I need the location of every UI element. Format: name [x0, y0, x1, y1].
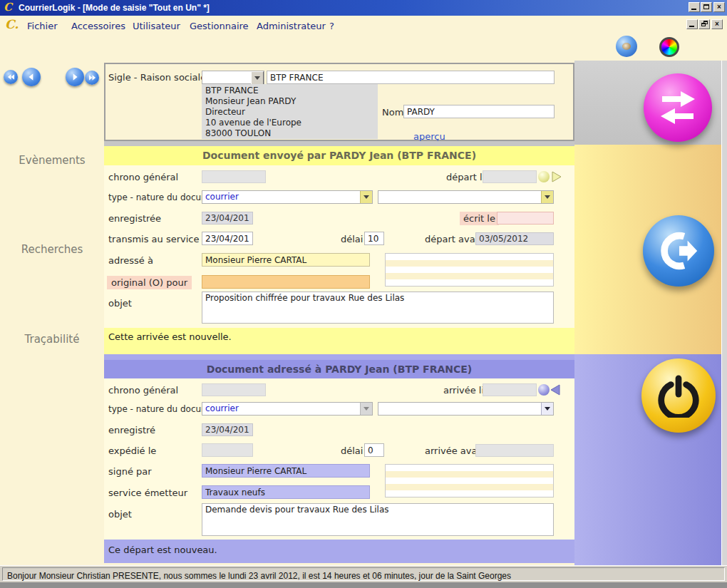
original-pour-input[interactable]: [202, 275, 370, 289]
previous-record-icon: [27, 73, 36, 81]
signe-par-input[interactable]: [202, 464, 370, 478]
arrivee-liee-input: [483, 383, 537, 396]
courrierlogik-window: C CourrierLogik - [Mode de saisie "Tout …: [0, 0, 727, 588]
cycle-forward-button[interactable]: [643, 215, 714, 287]
sidebar-item-evenements[interactable]: Evènements: [0, 154, 104, 167]
mdi-close-icon: ×: [712, 20, 722, 29]
sent-objet-textarea[interactable]: Proposition chiffrée pour travaux Rue de…: [202, 292, 554, 324]
sigle-combo-button[interactable]: [251, 71, 264, 85]
sent-delai-input[interactable]: [364, 232, 384, 245]
power-icon: [656, 373, 701, 418]
arrivee-liee-arrow-icon[interactable]: [550, 384, 560, 396]
nom-input[interactable]: [403, 105, 555, 118]
previous-record-button[interactable]: [22, 68, 41, 86]
recv-delai-input[interactable]: [364, 443, 384, 457]
recv-nature-combo-button[interactable]: [541, 403, 553, 415]
enregistree-label: enregistrée: [108, 213, 161, 224]
swap-arrows-icon: [658, 87, 698, 128]
minimize-button[interactable]: [689, 2, 700, 12]
menu-logo-icon: C.: [5, 17, 19, 31]
arrivee-liee-sphere-button[interactable]: [538, 384, 550, 396]
recv-chrono-input: [202, 383, 266, 396]
transmis-input[interactable]: [202, 232, 253, 245]
mdi-minimize-icon: [689, 26, 694, 27]
app-logo-icon: C: [4, 1, 12, 14]
close-icon: ×: [714, 3, 724, 11]
depart-lie-sphere-button[interactable]: [538, 171, 550, 182]
sent-type-combo-button[interactable]: [360, 191, 372, 203]
menu-gestionnaire[interactable]: Gestionnaire: [190, 21, 249, 31]
recv-delai-label: délai: [341, 445, 363, 456]
menu-fichier[interactable]: Fichier: [27, 21, 58, 31]
sent-chrono-input: [202, 170, 266, 183]
sent-nature-combo[interactable]: [378, 190, 554, 204]
raison-sociale-input[interactable]: [267, 71, 555, 84]
enregistre-label: enregistré: [108, 425, 155, 435]
expedie-le-input: [202, 443, 253, 457]
section-divider: [104, 141, 574, 146]
maximize-button[interactable]: [701, 2, 712, 12]
ecrit-le-input[interactable]: [497, 212, 554, 225]
mdi-close-button[interactable]: ×: [711, 19, 723, 29]
adresse-a-input[interactable]: [202, 253, 370, 267]
sent-type-combo[interactable]: courrier: [202, 190, 373, 204]
address-preview: BTP FRANCE Monsieur Jean PARDY Directeur…: [202, 84, 378, 139]
apercu-link[interactable]: aperçu: [413, 131, 445, 142]
power-button[interactable]: [641, 359, 716, 433]
maximize-icon: [703, 4, 709, 9]
titlebar: C CourrierLogik - [Mode de saisie "Tout …: [0, 0, 727, 16]
expedie-le-label: expédié le: [108, 445, 156, 456]
sent-notes-box[interactable]: [385, 253, 554, 287]
swap-button[interactable]: [644, 73, 712, 142]
first-record-button[interactable]: [4, 70, 18, 84]
depart-lie-arrow-icon[interactable]: [552, 171, 562, 182]
menu-administrateur[interactable]: Administrateur: [257, 21, 326, 31]
recv-notes-box[interactable]: [385, 464, 554, 497]
close-button[interactable]: ×: [713, 2, 725, 12]
recv-nature-combo[interactable]: [378, 402, 554, 416]
recv-status-text: Ce départ est nouveau.: [108, 545, 217, 555]
original-pour-label: original (O) pour: [107, 276, 192, 289]
enregistre-input: [202, 423, 253, 436]
ecrit-le-label: écrit le: [460, 212, 499, 225]
sidebar-item-recherches[interactable]: Recherches: [0, 243, 104, 256]
chevron-down-icon: [545, 195, 550, 199]
sent-chrono-label: chrono général: [108, 172, 178, 182]
sidebar-item-tracabilite[interactable]: Traçabilité: [0, 333, 104, 346]
recv-type-combo[interactable]: courrier: [202, 402, 373, 416]
arrivee-avant-input: [475, 444, 554, 457]
statusbar: Bonjour Monsieur Christian PRESENTE, nou…: [0, 565, 727, 582]
chevron-down-icon: [254, 76, 260, 80]
mdi-minimize-button[interactable]: [686, 19, 698, 29]
recv-objet-textarea[interactable]: Demande devis pour travaux Rue des Lilas: [202, 503, 554, 536]
sigle-label: Sigle - Raison sociale: [108, 72, 206, 83]
recv-type-combo-button[interactable]: [360, 403, 372, 415]
nom-label: Nom: [382, 107, 403, 118]
recv-chrono-label: chrono général: [108, 385, 178, 396]
service-emetteur-input[interactable]: [202, 485, 370, 499]
first-record-icon: [7, 73, 15, 81]
menu-accessoires[interactable]: Accessoires: [71, 21, 125, 31]
menu-utilisateur[interactable]: Utilisateur: [133, 21, 180, 31]
sent-delai-label: délai: [341, 234, 363, 244]
blue-orb-icon[interactable]: [616, 36, 637, 57]
window-title: CourrierLogik - [Mode de saisie "Tout en…: [19, 0, 210, 16]
mdi-restore-button[interactable]: [698, 19, 710, 29]
sigle-combo[interactable]: [202, 71, 264, 84]
adresse-a-label: adressé à: [108, 255, 153, 266]
next-record-button[interactable]: [66, 68, 84, 86]
signe-par-label: signé par: [108, 466, 152, 477]
last-record-button[interactable]: [85, 71, 99, 85]
sent-nature-combo-button[interactable]: [541, 191, 553, 203]
next-record-icon: [71, 73, 79, 81]
cycle-forward-icon: [656, 229, 701, 273]
last-record-icon: [88, 74, 96, 81]
depart-avant-label: départ avant: [425, 234, 473, 244]
service-emetteur-label: service émetteur: [108, 488, 187, 498]
window-edge: [721, 61, 727, 565]
minimize-icon: [691, 9, 696, 10]
sent-section-header: Document envoyé par PARDY Jean (BTP FRAN…: [104, 146, 574, 165]
sent-objet-label: objet: [108, 298, 132, 309]
color-wheel-icon[interactable]: [659, 37, 679, 57]
menu-aide[interactable]: ?: [329, 21, 334, 31]
